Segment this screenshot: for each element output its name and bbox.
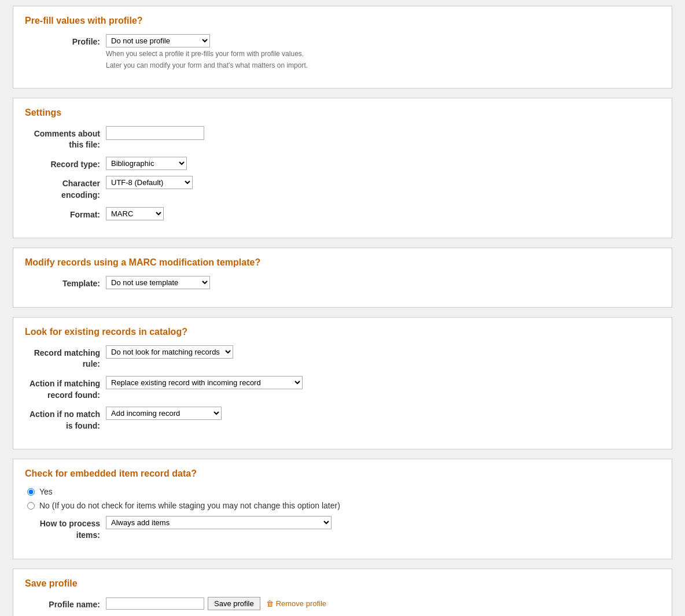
profile-name-inner-row: Save profile 🗑 Remove profile bbox=[106, 597, 660, 610]
action-nomatch-row: Action if no matchis found: Add incoming… bbox=[25, 407, 660, 431]
comments-control-wrap bbox=[106, 126, 660, 140]
action-match-row: Action if matchingrecord found: Replace … bbox=[25, 376, 660, 401]
embedded-section: Check for embedded item record data? Yes… bbox=[13, 459, 672, 559]
process-items-row: How to processitems: Always add items bbox=[25, 516, 660, 541]
action-nomatch-select[interactable]: Add incoming record bbox=[106, 407, 222, 420]
encoding-control-wrap: UTF-8 (Default) bbox=[106, 176, 660, 189]
format-control-wrap: MARC bbox=[106, 207, 660, 220]
encoding-row: Characterencoding: UTF-8 (Default) bbox=[25, 176, 660, 201]
process-items-select[interactable]: Always add items bbox=[106, 516, 332, 529]
yes-label: Yes bbox=[39, 487, 53, 496]
matching-rule-select[interactable]: Do not look for matching records bbox=[106, 345, 233, 359]
profile-label: Profile: bbox=[25, 34, 106, 48]
trash-icon: 🗑 bbox=[266, 599, 274, 608]
profile-name-row: Profile name: Save profile 🗑 Remove prof… bbox=[25, 597, 660, 611]
prefill-section: Pre-fill values with profile? Profile: D… bbox=[13, 6, 672, 88]
template-select[interactable]: Do not use template bbox=[106, 276, 210, 289]
profile-hint-line2: Later you can modify your form and that'… bbox=[106, 61, 660, 71]
remove-profile-label: Remove profile bbox=[276, 599, 326, 608]
format-label: Format: bbox=[25, 207, 106, 221]
template-control-wrap: Do not use template bbox=[106, 276, 660, 289]
prefill-title: Pre-fill values with profile? bbox=[25, 16, 660, 26]
comments-row: Comments aboutthis file: bbox=[25, 126, 660, 151]
record-type-select[interactable]: Bibliographic bbox=[106, 157, 187, 170]
profile-select[interactable]: Do not use profile bbox=[106, 34, 210, 47]
matching-rule-control-wrap: Do not look for matching records bbox=[106, 345, 660, 359]
save-profile-button[interactable]: Save profile bbox=[208, 597, 260, 610]
profile-name-input[interactable] bbox=[106, 597, 204, 610]
no-radio[interactable] bbox=[27, 502, 35, 510]
record-type-label: Record type: bbox=[25, 157, 106, 171]
modify-title: Modify records using a MARC modification… bbox=[25, 257, 660, 268]
yes-radio[interactable] bbox=[27, 488, 35, 496]
profile-name-label: Profile name: bbox=[25, 597, 106, 611]
template-row: Template: Do not use template bbox=[25, 276, 660, 290]
profile-row: Profile: Do not use profile When you sel… bbox=[25, 34, 660, 71]
remove-profile-link[interactable]: 🗑 Remove profile bbox=[266, 599, 326, 608]
comments-label: Comments aboutthis file: bbox=[25, 126, 106, 151]
no-radio-row: No (If you do not check for items while … bbox=[25, 501, 660, 510]
settings-section: Settings Comments aboutthis file: Record… bbox=[13, 98, 672, 239]
encoding-select[interactable]: UTF-8 (Default) bbox=[106, 176, 193, 189]
embedded-title: Check for embedded item record data? bbox=[25, 469, 660, 479]
record-type-control-wrap: Bibliographic bbox=[106, 157, 660, 170]
comments-input[interactable] bbox=[106, 126, 204, 140]
save-profile-section: Save profile Profile name: Save profile … bbox=[13, 569, 672, 617]
matching-rule-label: Record matchingrule: bbox=[25, 345, 106, 370]
action-match-label: Action if matchingrecord found: bbox=[25, 376, 106, 401]
format-select[interactable]: MARC bbox=[106, 207, 164, 220]
format-row: Format: MARC bbox=[25, 207, 660, 221]
lookup-section: Look for existing records in catalog? Re… bbox=[13, 317, 672, 450]
process-items-control-wrap: Always add items bbox=[106, 516, 660, 529]
profile-hint-line1: When you select a profile it pre-fills y… bbox=[106, 49, 660, 59]
profile-control-wrap: Do not use profile When you select a pro… bbox=[106, 34, 660, 71]
matching-rule-row: Record matchingrule: Do not look for mat… bbox=[25, 345, 660, 370]
no-label: No (If you do not check for items while … bbox=[39, 501, 340, 510]
lookup-title: Look for existing records in catalog? bbox=[25, 327, 660, 337]
template-label: Template: bbox=[25, 276, 106, 290]
encoding-label: Characterencoding: bbox=[25, 176, 106, 201]
action-nomatch-label: Action if no matchis found: bbox=[25, 407, 106, 431]
settings-title: Settings bbox=[25, 108, 660, 118]
record-type-row: Record type: Bibliographic bbox=[25, 157, 660, 171]
yes-radio-row: Yes bbox=[25, 487, 660, 496]
action-nomatch-control-wrap: Add incoming record bbox=[106, 407, 660, 420]
profile-name-control-wrap: Save profile 🗑 Remove profile bbox=[106, 597, 660, 610]
action-match-control-wrap: Replace existing record with incoming re… bbox=[106, 376, 660, 389]
action-match-select[interactable]: Replace existing record with incoming re… bbox=[106, 376, 303, 389]
process-items-label: How to processitems: bbox=[25, 516, 106, 541]
save-profile-title: Save profile bbox=[25, 578, 660, 589]
modify-section: Modify records using a MARC modification… bbox=[13, 248, 672, 308]
